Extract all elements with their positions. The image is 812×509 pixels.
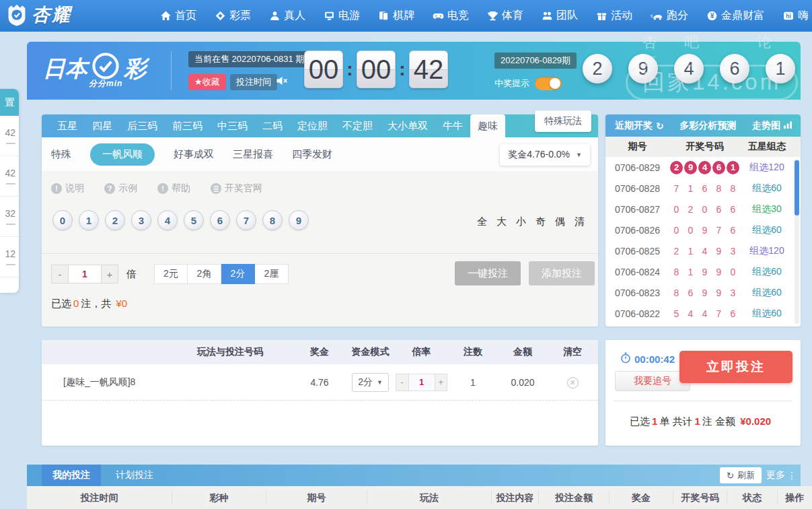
row-multiplier-input[interactable]	[409, 374, 435, 391]
column-play: 玩法	[367, 491, 491, 504]
helper-all[interactable]: 全	[477, 215, 487, 228]
special-play-button[interactable]: 特殊玩法	[535, 110, 591, 132]
unit-fen-active[interactable]: 2分	[221, 264, 255, 284]
number-ball-3[interactable]: 3	[131, 210, 151, 230]
win-tip-toggle[interactable]	[535, 77, 562, 90]
one-key-bet-button[interactable]: 一键投注	[455, 261, 521, 285]
helper-even[interactable]: 偶	[555, 215, 565, 228]
play-tab-erma[interactable]: 二码	[255, 114, 290, 137]
help-link-explain[interactable]: ! 说明	[51, 182, 84, 195]
nav-item-lottery[interactable]: 彩票	[215, 9, 251, 23]
play-tab-sixing[interactable]: 四星	[85, 114, 120, 137]
number-ball-6[interactable]: 6	[210, 210, 230, 230]
combo-link[interactable]: 组选60	[740, 182, 794, 195]
number-ball-1[interactable]: 1	[79, 210, 99, 230]
chevron-down-icon: ▼	[377, 379, 383, 386]
scrollbar-track[interactable]	[795, 159, 799, 324]
number-ball-9[interactable]: 9	[289, 210, 309, 230]
play-tab-zhongsanma[interactable]: 中三码	[210, 114, 255, 137]
sub-tab-teshu[interactable]: 特殊	[51, 148, 71, 161]
favorite-button[interactable]: ★收藏	[188, 74, 226, 90]
nav-item-team[interactable]: 团队	[542, 9, 578, 23]
edge-lottery-item[interactable]: 12	[0, 237, 19, 277]
play-tab-dingweidan[interactable]: 定位胆	[290, 114, 335, 137]
multiplier-minus-button[interactable]: -	[51, 265, 69, 283]
nav-item-esports[interactable]: 电竞	[433, 9, 469, 23]
nav-item-home[interactable]: 首页	[160, 9, 196, 23]
nav-item-activity[interactable]: 活动	[596, 9, 632, 23]
selected-prefix: 已选	[51, 298, 71, 309]
row-plus-button[interactable]: +	[435, 374, 448, 391]
brand-logo[interactable]: 杏耀	[5, 3, 72, 27]
draw-period: 0706-0822	[605, 308, 669, 319]
combo-link[interactable]: 组选30	[740, 203, 794, 215]
combo-link[interactable]: 组选60	[740, 224, 794, 236]
helper-small[interactable]: 小	[516, 215, 526, 228]
bet-time-button[interactable]: 投注时间	[230, 74, 277, 90]
combo-link[interactable]: 组选60	[740, 308, 794, 320]
tab-recent-draws[interactable]: 近期开奖 ↻	[615, 120, 664, 132]
add-bet-button[interactable]: 添加投注	[529, 261, 595, 285]
combo-link[interactable]: 组选120	[740, 162, 794, 174]
help-link-example[interactable]: ? 示例	[104, 182, 137, 195]
number-ball-8[interactable]: 8	[262, 210, 283, 230]
nav-item-chess[interactable]: 棋牌	[378, 9, 414, 23]
edge-lottery-item[interactable]: 42	[0, 116, 19, 156]
helper-big[interactable]: 大	[496, 215, 507, 228]
help-link-help[interactable]: ! 帮助	[157, 182, 190, 195]
question-icon: ?	[104, 183, 115, 194]
nav-item-sports[interactable]: 体育	[487, 9, 523, 23]
sub-tab-yifanfengshun-active[interactable]: 一帆风顺	[90, 143, 155, 166]
refresh-button[interactable]: ↻ 刷新	[720, 467, 762, 483]
help-link-official-site[interactable]: ≣ 开奖官网	[211, 182, 262, 195]
bonus-rate-select[interactable]: 奖金4.76-0.0% ▼	[500, 144, 590, 166]
play-tab-quwei-active[interactable]: 趣味	[470, 114, 505, 137]
submit-bet-button[interactable]: 立即投注	[679, 351, 792, 383]
helper-clear[interactable]: 清	[575, 215, 585, 228]
mute-icon[interactable]	[276, 75, 288, 89]
number-ball-5[interactable]: 5	[184, 210, 204, 230]
play-tab-housanma[interactable]: 后三码	[120, 114, 165, 137]
tab-plan-bets[interactable]: 计划投注	[101, 465, 168, 486]
helper-odd[interactable]: 奇	[536, 215, 546, 228]
nav-item-egame[interactable]: 电游	[324, 9, 360, 23]
play-tab-wuxing[interactable]: 五星	[50, 114, 85, 137]
play-tab-qiansanma[interactable]: 前三码	[165, 114, 210, 137]
play-tab-niuniu[interactable]: 牛牛	[435, 114, 470, 137]
play-tab-budingdan[interactable]: 不定胆	[335, 114, 380, 137]
number-ball-7[interactable]: 7	[236, 210, 256, 230]
betting-panel-body: ! 说明 ? 示例 ! 帮助 ≣ 开奖官网 0 1 2 3 4 5 6	[42, 171, 598, 327]
more-button[interactable]: 更多 ⋮	[766, 465, 797, 486]
nav-item-hi-chat[interactable]: hi 嗨	[782, 9, 809, 23]
clear-row-icon[interactable]: ✕	[567, 377, 579, 388]
sub-tab-haoshichengshuang[interactable]: 好事成双	[174, 148, 214, 161]
nav-item-live[interactable]: 真人	[269, 9, 305, 23]
combo-link[interactable]: 组选60	[740, 266, 794, 278]
total-summary: 已选1单 共计1注 金额 ¥0.020	[630, 415, 773, 428]
unit-yuan[interactable]: 2元	[154, 264, 188, 284]
play-tab-daxiaodanshuang[interactable]: 大小单双	[380, 114, 435, 137]
combo-link[interactable]: 组选120	[740, 245, 794, 257]
row-minus-button[interactable]: -	[396, 374, 409, 391]
edge-item-countdown: 42	[5, 127, 15, 138]
combo-link[interactable]: 组选60	[740, 287, 794, 299]
edge-lottery-item[interactable]: 42	[0, 156, 19, 197]
scrollbar-thumb[interactable]	[795, 160, 799, 215]
sub-tab-sanxingbaoxi[interactable]: 三星报喜	[233, 148, 273, 161]
money-mode-select[interactable]: 2分▼	[345, 373, 396, 392]
tab-my-bets-active[interactable]: 我的投注	[42, 465, 101, 486]
multiplier-input[interactable]	[69, 265, 101, 283]
number-ball-4[interactable]: 4	[157, 210, 178, 230]
nav-item-paofen[interactable]: 跑分	[651, 9, 688, 23]
number-ball-0[interactable]: 0	[52, 210, 73, 230]
tab-trend-chart[interactable]: 走势图	[752, 120, 792, 132]
tab-analysis-prediction[interactable]: 多彩分析预测	[664, 120, 752, 132]
number-ball-2[interactable]: 2	[105, 210, 125, 230]
unit-li[interactable]: 2厘	[255, 264, 289, 284]
sub-tab-sijifacai[interactable]: 四季发财	[292, 148, 332, 161]
edge-panel-header[interactable]: 置	[0, 89, 19, 116]
multiplier-plus-button[interactable]: +	[101, 265, 118, 283]
edge-lottery-item[interactable]: 32	[0, 197, 19, 237]
unit-jiao[interactable]: 2角	[188, 264, 221, 284]
nav-item-wealth[interactable]: ¥ 金鼎财富	[706, 9, 764, 23]
